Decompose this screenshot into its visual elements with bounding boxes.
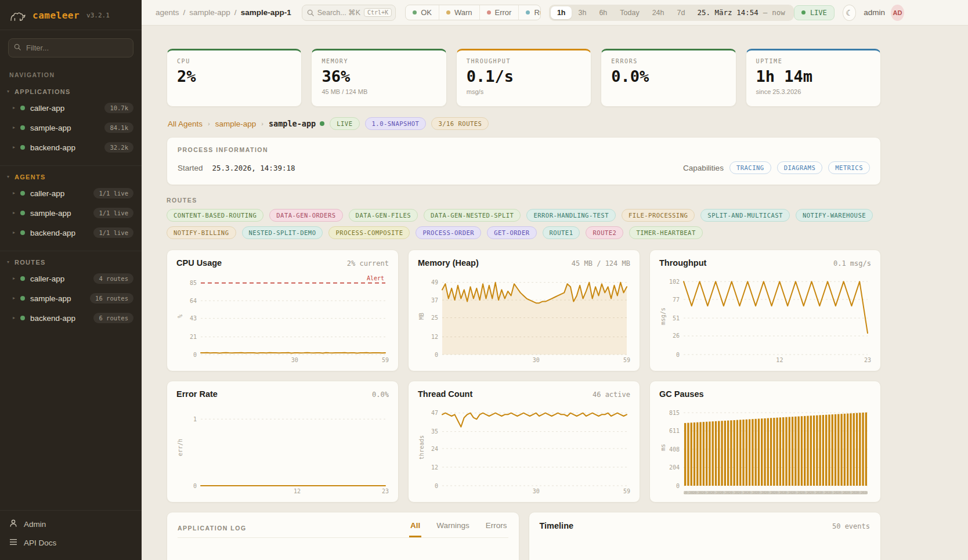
sidebar-item-badge: 4 routes xyxy=(93,273,133,284)
sidebar-item-label: sample-app xyxy=(30,209,88,218)
sidebar-item-sample-app[interactable]: ▸sample-app1/1 live xyxy=(0,203,142,223)
log-tab-warnings[interactable]: Warnings xyxy=(435,521,471,537)
route-chip-data-gen-files[interactable]: DATA-GEN-FILES xyxy=(349,209,418,222)
metric-value: 0.1/s xyxy=(467,67,581,85)
route-chip-data-gen-nested-split[interactable]: DATA-GEN-NESTED-SPLIT xyxy=(424,209,521,222)
sidebar-nav: ▾APPLICATIONS▸caller-app10.7k▸sample-app… xyxy=(0,81,142,334)
route-chip-nested-split-demo[interactable]: NESTED-SPLIT-DEMO xyxy=(242,226,323,239)
route-chip-error-handling-test[interactable]: ERROR-HANDLING-TEST xyxy=(526,209,616,222)
chart-plot-gc: 0204408611815ms20:2020:2020:2020:2020:20… xyxy=(659,403,871,495)
nav-group-label: AGENTS xyxy=(15,174,46,180)
footer-link-admin[interactable]: Admin xyxy=(9,519,132,529)
moon-icon: ☾ xyxy=(846,9,853,17)
route-chip-timer-heartbeat[interactable]: TIMER-HEARTBEAT xyxy=(629,226,702,239)
metric-label: CPU xyxy=(177,58,291,64)
search-input[interactable]: Search... ⌘K Ctrl+K xyxy=(302,5,396,21)
nav-group-header-applications[interactable]: ▾APPLICATIONS xyxy=(0,83,142,98)
range-7d[interactable]: 7d xyxy=(671,6,692,19)
live-badge[interactable]: LIVE xyxy=(794,5,835,20)
sidebar-item-caller-app[interactable]: ▸caller-app1/1 live xyxy=(0,183,142,203)
chart-header: Error Rate0.0% xyxy=(176,389,389,399)
svg-text:0: 0 xyxy=(676,352,680,358)
sidebar-item-label: caller-app xyxy=(30,104,99,113)
route-chip-content-based-routing[interactable]: CONTENT-BASED-ROUTING xyxy=(167,209,263,222)
sidebar-item-backend-app[interactable]: ▸backend-app32.2k xyxy=(0,138,142,157)
footer-link-api-docs[interactable]: API Docs xyxy=(9,539,132,547)
metric-card-throughput: THROUGHPUT0.1/smsg/s xyxy=(456,49,591,107)
route-chip-notify-billing[interactable]: NOTIFY-BILLING xyxy=(167,226,236,239)
svg-text:43: 43 xyxy=(190,315,197,321)
sidebar-item-badge: 6 routes xyxy=(93,313,133,323)
breadcrumb-item: sample-app-1 xyxy=(241,8,291,17)
svg-text:59: 59 xyxy=(382,357,389,363)
chart-header: CPU Usage2% current xyxy=(176,258,389,268)
x-axis-overflow-labels: 20:2020:2020:2020:2020:2020:2020:2020:20… xyxy=(684,491,868,494)
topbar: agents/sample-app/sample-app-1 Search...… xyxy=(142,0,968,26)
range-6h[interactable]: 6h xyxy=(593,6,613,19)
capability-pill-diagrams: DIAGRAMS xyxy=(777,161,823,174)
sidebar-footer: AdminAPI Docs xyxy=(0,510,142,560)
svg-text:23: 23 xyxy=(382,488,389,494)
agent-breadcrumb-link[interactable]: sample-app xyxy=(215,120,257,128)
range-3h[interactable]: 3h xyxy=(572,6,593,19)
chart-svg: 0122537493059MB xyxy=(418,272,630,364)
route-chip-route1[interactable]: ROUTE1 xyxy=(543,226,580,239)
svg-text:59: 59 xyxy=(623,357,630,363)
range-today[interactable]: Today xyxy=(613,6,645,19)
chart-plot-error: 011223err/h xyxy=(176,403,389,495)
avatar[interactable]: AD xyxy=(891,5,904,21)
chevron-right-icon: ▸ xyxy=(13,316,15,320)
breadcrumb-item[interactable]: agents xyxy=(156,8,179,17)
breadcrumb-item[interactable]: sample-app xyxy=(189,8,230,17)
log-tab-all[interactable]: All xyxy=(409,521,421,537)
footer-link-label: API Docs xyxy=(24,539,56,547)
route-chip-process-composite[interactable]: PROCESS-COMPOSITE xyxy=(328,226,410,239)
route-chip-split-and-multicast[interactable]: SPLIT-AND-MULTICAST xyxy=(700,209,790,222)
range-24h[interactable]: 24h xyxy=(646,6,671,19)
route-chip-get-order[interactable]: GET-ORDER xyxy=(487,226,536,239)
chart-plot-memory: 0122537493059MB xyxy=(418,272,630,364)
status-filter-ok[interactable]: OK xyxy=(406,5,439,20)
agent-pill-1-0-snapshot: 1.0-SNAPSHOT xyxy=(365,117,427,130)
sidebar-item-sample-app[interactable]: ▸sample-app16 routes xyxy=(0,288,142,308)
sidebar-item-caller-app[interactable]: ▸caller-app10.7k xyxy=(0,98,142,118)
range-1h[interactable]: 1h xyxy=(551,6,572,19)
chart-plot-throughput: 02651771021223msg/s xyxy=(659,272,871,364)
metric-card-cpu: CPU2% xyxy=(167,49,302,107)
time-separator: — xyxy=(763,8,768,17)
time-display: 25. März 14:54—now xyxy=(691,8,792,17)
route-chip-notify-warehouse[interactable]: NOTIFY-WAREHOUSE xyxy=(796,209,873,222)
route-chip-data-gen-orders[interactable]: DATA-GEN-ORDERS xyxy=(269,209,342,222)
status-filter-running[interactable]: Running xyxy=(518,5,541,20)
sidebar-item-sample-app[interactable]: ▸sample-app84.1k xyxy=(0,118,142,138)
svg-text:12: 12 xyxy=(776,357,783,363)
log-tab-errors[interactable]: Errors xyxy=(485,521,508,537)
chart-title: Memory (Heap) xyxy=(418,258,479,268)
status-dot-icon xyxy=(20,230,25,235)
time-range-group: 1h3h6hToday24h7d25. März 14:54—now xyxy=(549,5,794,21)
chart-svg: 02651771021223msg/s xyxy=(659,272,871,364)
nav-group-header-routes[interactable]: ▾ROUTES xyxy=(0,254,142,269)
metric-value: 0.0% xyxy=(611,67,725,85)
route-chip-route2[interactable]: ROUTE2 xyxy=(586,226,623,239)
sidebar-item-backend-app[interactable]: ▸backend-app1/1 live xyxy=(0,223,142,243)
sidebar-item-backend-app[interactable]: ▸backend-app6 routes xyxy=(0,308,142,328)
status-filter-error[interactable]: Error xyxy=(479,5,519,20)
agent-breadcrumb-link[interactable]: All Agents xyxy=(168,120,203,128)
status-dot-icon xyxy=(320,121,324,126)
footer-link-label: Admin xyxy=(24,520,46,529)
sidebar-item-caller-app[interactable]: ▸caller-app4 routes xyxy=(0,269,142,288)
sidebar-item-label: caller-app xyxy=(30,189,88,198)
svg-text:0: 0 xyxy=(676,483,680,489)
svg-text:815: 815 xyxy=(669,410,680,416)
status-filter-warn[interactable]: Warn xyxy=(439,5,479,20)
theme-toggle-button[interactable]: ☾ xyxy=(843,5,856,21)
nav-group-header-agents[interactable]: ▾AGENTS xyxy=(0,168,142,183)
route-chip-file-processing[interactable]: FILE-PROCESSING xyxy=(622,209,695,222)
chevron-down-icon: ▾ xyxy=(7,260,9,265)
sidebar-item-label: sample-app xyxy=(30,294,85,303)
filter-input[interactable] xyxy=(8,38,133,57)
svg-text:12: 12 xyxy=(431,334,438,340)
route-chip-process-order[interactable]: PROCESS-ORDER xyxy=(416,226,481,239)
chart-title: CPU Usage xyxy=(176,258,222,268)
